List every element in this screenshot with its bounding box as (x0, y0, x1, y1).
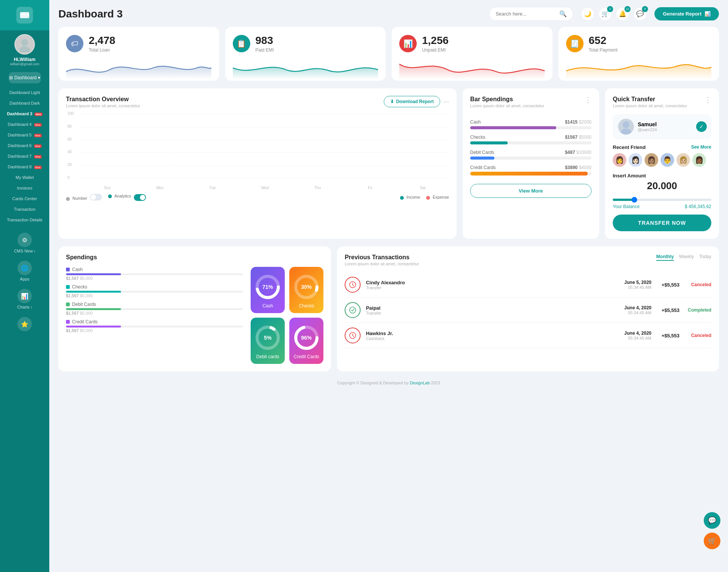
sidebar-item-transaction-details[interactable]: Transaction Details (0, 215, 49, 225)
content-row: Transaction Overview Lorem ipsum dolor s… (58, 88, 719, 239)
download-icon: ⬇ (390, 99, 394, 104)
tab-monthly[interactable]: Monthly (656, 254, 674, 261)
cindy-type: Transfer (366, 285, 619, 290)
badge-new-3: New (35, 113, 42, 116)
search-bar: 🔍 (489, 7, 573, 21)
paipal-status[interactable]: Completed (685, 307, 711, 313)
stat-card-paid-emi: 📋 983 Paid EMI (225, 27, 386, 81)
stat-card-unpaid-emi: 📊 1,256 Unpaid EMI (392, 27, 552, 81)
sidebar-item-transaction[interactable]: Transaction (0, 204, 49, 215)
selected-user-handle: @sam224 (638, 127, 657, 132)
pt-tabs: Monthly Weekly Today (656, 254, 711, 261)
hawkins-status[interactable]: Canceled (685, 333, 711, 338)
svg-point-4 (623, 121, 629, 128)
donut-credit-chart: 96% (293, 324, 320, 351)
cindy-date: June 5, 2020 (624, 280, 651, 285)
sidebar-item-dashboard-4[interactable]: Dashboard 4 New (0, 119, 49, 130)
friend-avatar-3[interactable]: 👩🏽 (645, 153, 658, 167)
view-more-button[interactable]: View More (470, 184, 592, 198)
quick-transfer-more-icon[interactable]: ⋮ (704, 96, 711, 104)
bar-chart-day-labels: SunMonTueWedThuFriSat (81, 186, 449, 190)
amount-slider[interactable] (613, 199, 711, 201)
generate-report-button[interactable]: Generate Report 📊 (654, 7, 719, 20)
prev-transactions-title: Previous Transactions (345, 254, 419, 261)
dashboard-toggle-btn[interactable]: ⊞ Dashboard ▾ (9, 72, 41, 83)
tab-weekly[interactable]: Weekly (679, 254, 694, 261)
chat-badge: 5 (642, 6, 648, 12)
friend-avatar-5[interactable]: 👩🏼 (676, 153, 690, 167)
stat-card-total-loan: 🏷 2,478 Total Loan (58, 27, 219, 81)
floating-support-btn[interactable]: 💬 (704, 512, 720, 529)
transfer-now-button[interactable]: TRANSFER NOW (613, 215, 711, 231)
sidebar-item-dashboard-8[interactable]: Dashboard 8 New (0, 161, 49, 172)
spending-list-credit-cards: Credit Cards $1,567 $5,000 (66, 319, 243, 333)
more-options-icon[interactable]: ··· (443, 98, 449, 106)
friend-avatar-4[interactable]: 👨 (661, 153, 674, 167)
sidebar-item-apps[interactable]: 🌐 Apps (0, 257, 49, 285)
cash-color-swatch (66, 268, 70, 271)
sidebar-item-cms[interactable]: ⚙ CMS New › (0, 229, 49, 257)
friend-avatar-1[interactable]: 👩 (613, 153, 626, 167)
avatar (14, 34, 35, 55)
user-selected-checkmark: ✓ (696, 121, 707, 132)
total-payment-value: 652 (589, 34, 618, 47)
tab-today[interactable]: Today (699, 254, 711, 261)
cindy-status[interactable]: Canceled (685, 282, 711, 287)
see-more-link[interactable]: See More (691, 144, 711, 150)
sidebar-item-dashboard-dark[interactable]: Dashboard Dark (0, 98, 49, 108)
friend-avatar-2[interactable]: 👩🏻 (629, 153, 642, 167)
badge-new-6: New (34, 144, 42, 148)
donut-card-credit: 96% Credit Cards (289, 318, 323, 364)
svg-text:71%: 71% (262, 284, 273, 290)
spendings-title: Spendings (66, 254, 97, 261)
prev-transactions-card: Previous Transactions Lorem ipsum dolor … (337, 246, 719, 371)
bar-spendings-title: Bar Spendings (470, 96, 544, 103)
cart-btn[interactable]: 🛒 2 (598, 7, 612, 21)
donut-checks-chart: 30% (293, 274, 320, 300)
gear-icon: ⚙ (17, 233, 32, 247)
cindy-amount: +$5,553 (657, 282, 679, 288)
bottom-row: Spendings Cash $1,567 $5,000 (58, 246, 719, 371)
friend-avatar-6[interactable]: 👩🏾 (692, 153, 706, 167)
sidebar-item-dashboard-3[interactable]: Dashboard 3 New (0, 108, 49, 119)
pt-item-paipal: Paipal Transfer June 4, 2020 05:34:45 AM… (345, 298, 711, 323)
download-report-button[interactable]: ⬇ Download Report (384, 96, 440, 107)
sidebar-item-dashboard-light[interactable]: Dashboard Light (0, 87, 49, 98)
legend-income: Income (400, 195, 420, 199)
bar-spendings-more-icon[interactable]: ⋮ (585, 96, 592, 104)
analytics-toggle[interactable] (134, 194, 146, 201)
legend-analytics: Analytics (108, 194, 146, 201)
svg-point-19 (350, 307, 356, 313)
paipal-time: 05:34:45 AM (624, 310, 651, 315)
sidebar-item-charts[interactable]: 📊 Charts › (0, 285, 49, 313)
sidebar-item-my-wallet[interactable]: My Wallet (0, 172, 49, 183)
sidebar: Hi,William william@gmail.com ⊞ Dashboard… (0, 0, 49, 572)
footer-brand-link[interactable]: DexignLab (410, 381, 430, 385)
sidebar-item-dashboard-6[interactable]: Dashboard 6 New (0, 140, 49, 151)
footer-year: 2023 (431, 381, 440, 385)
donut-grid: 71% Cash 30% Checks (251, 267, 323, 364)
view-more-label: View More (519, 188, 543, 194)
pt-item-cindy: Cindy Alexandro Transfer June 5, 2020 05… (345, 272, 711, 298)
chart-legend: Number Analytics Income Expense (66, 194, 449, 201)
sidebar-item-cards-center[interactable]: Cards Center (0, 193, 49, 204)
wave-unpaid-emi (399, 56, 545, 79)
bar-chart-icon: 📊 (704, 11, 711, 17)
donut-credit-label: Credit Cards (293, 354, 319, 359)
sidebar-item-dashboard-5[interactable]: Dashboard 5 New (0, 130, 49, 140)
legend-number: Number (66, 194, 102, 201)
number-toggle[interactable] (90, 194, 102, 201)
bell-btn[interactable]: 🔔 12 (616, 7, 629, 21)
spending-item-cash: Cash $1415 $2000 (470, 119, 592, 129)
floating-shop-btn[interactable]: 🛒 (704, 533, 720, 549)
sidebar-item-dashboard-7[interactable]: Dashboard 7 New (0, 151, 49, 161)
badge-new-4: New (34, 123, 42, 127)
sidebar-item-invoices[interactable]: Invoices (0, 183, 49, 193)
sidebar-item-favorites[interactable]: ⭐ (0, 313, 49, 337)
spending-list-debit-cards: Debit Cards $1,567 $5,000 (66, 302, 243, 315)
search-input[interactable] (496, 11, 556, 17)
svg-point-5 (621, 129, 631, 135)
moon-btn[interactable]: 🌙 (581, 7, 595, 21)
chat-btn[interactable]: 💬 5 (633, 7, 647, 21)
spendings-card: Spendings Cash $1,567 $5,000 (58, 246, 331, 371)
